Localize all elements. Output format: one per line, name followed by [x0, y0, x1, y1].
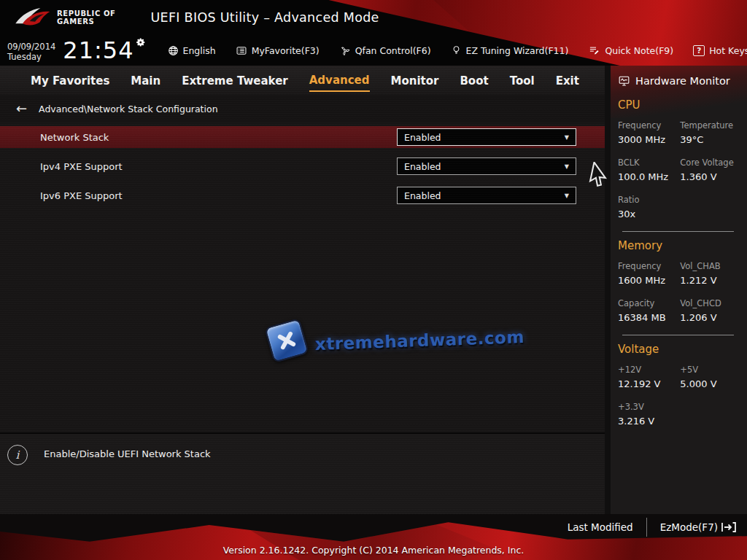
setting-label: Network Stack: [40, 132, 397, 143]
chevron-down-icon: ▼: [565, 134, 569, 141]
ez-tuning-label: EZ Tuning Wizard(F11): [466, 45, 569, 56]
tab-exit[interactable]: Exit: [556, 69, 579, 91]
date-display: 09/09/2014 Tuesday: [7, 42, 55, 63]
myfavorite-list-icon: [236, 45, 247, 56]
tab-my-favorites[interactable]: My Favorites: [31, 69, 109, 91]
exit-arrow-icon: [721, 521, 737, 533]
qfan-control-button[interactable]: Qfan Control(F6): [339, 45, 431, 56]
hw-item: BCLK 100.0 MHz: [618, 158, 680, 182]
bulb-icon: [451, 44, 462, 56]
tab-monitor[interactable]: Monitor: [391, 69, 439, 91]
gear-icon[interactable]: [136, 37, 146, 47]
hardware-monitor-header: Hardware Monitor: [618, 73, 735, 91]
setting-row-network-stack[interactable]: Network Stack Enabled ▼: [0, 126, 605, 148]
hw-item: +5V 5.000 V: [680, 365, 735, 389]
main-menu-tabs: My Favorites Main Extreme Tweaker Advanc…: [0, 66, 605, 95]
ezmode-button[interactable]: EzMode(F7): [660, 521, 737, 533]
main-panel: My Favorites Main Extreme Tweaker Advanc…: [0, 66, 611, 514]
content-area: My Favorites Main Extreme Tweaker Advanc…: [0, 66, 747, 514]
top-header-area: REPUBLIC OF GAMERS UEFI BIOS Utility – A…: [0, 0, 747, 66]
ezmode-label: EzMode(F7): [660, 521, 718, 533]
back-arrow-icon[interactable]: ←: [16, 102, 27, 115]
tab-main[interactable]: Main: [131, 69, 160, 91]
hw-section-title-memory: Memory: [618, 239, 735, 252]
cpu-readings: Frequency 3000 MHz Temperature 39°C BCLK…: [618, 120, 735, 219]
hardware-monitor-sidebar: Hardware Monitor CPU Frequency 3000 MHz …: [611, 66, 747, 514]
question-box-icon: ?: [693, 45, 705, 56]
hot-keys-button[interactable]: ? Hot Keys: [693, 45, 747, 56]
sidebar-divider: [622, 231, 734, 232]
version-copyright: Version 2.16.1242. Copyright (C) 2014 Am…: [0, 540, 747, 560]
fan-icon: [339, 45, 351, 56]
hw-item: Temperature 39°C: [680, 120, 735, 145]
myfavorite-label: MyFavorite(F3): [252, 45, 320, 56]
monitor-icon: [618, 75, 630, 87]
day-value: Tuesday: [7, 52, 55, 62]
bios-screen: REPUBLIC OF GAMERS UEFI BIOS Utility – A…: [0, 0, 747, 560]
dropdown-value: Enabled: [404, 132, 565, 143]
hw-item: Core Voltage 1.360 V: [680, 158, 735, 182]
bottom-area: Last Modified EzMode(F7) Version 2.16.12…: [0, 514, 747, 560]
bottom-bar: Last Modified EzMode(F7): [0, 514, 747, 540]
hw-item: Capacity 16384 MB: [618, 298, 680, 323]
rog-logo: [13, 5, 51, 30]
hw-section-title-voltage: Voltage: [618, 343, 735, 356]
voltage-readings: +12V 12.192 V +5V 5.000 V +3.3V 3.216 V: [618, 365, 735, 427]
breadcrumb: ← Advanced\Network Stack Configuration: [0, 95, 605, 122]
tab-tool[interactable]: Tool: [510, 69, 535, 91]
quick-note-label: Quick Note(F9): [605, 45, 673, 56]
note-pencil-icon: [588, 45, 600, 56]
last-modified-button[interactable]: Last Modified: [568, 521, 633, 533]
network-stack-dropdown[interactable]: Enabled ▼: [397, 128, 576, 146]
brand-line-1: REPUBLIC OF: [57, 9, 115, 18]
breadcrumb-path: Advanced\Network Stack Configuration: [39, 104, 217, 114]
qfan-label: Qfan Control(F6): [355, 45, 431, 56]
info-icon: i: [7, 445, 28, 465]
hw-item: Vol_CHCD 1.206 V: [680, 298, 735, 323]
setting-row-ipv4-pxe[interactable]: Ipv4 PXE Support Enabled ▼: [0, 155, 605, 177]
language-label: English: [183, 45, 216, 56]
toolbar: 09/09/2014 Tuesday 21:54: [0, 35, 747, 66]
tab-extreme-tweaker[interactable]: Extreme Tweaker: [182, 69, 288, 91]
brand-text: REPUBLIC OF GAMERS: [57, 9, 115, 26]
hw-item: Ratio 30x: [618, 195, 680, 219]
time-display: 21:54: [63, 39, 145, 62]
brand-line-2: GAMERS: [57, 18, 94, 26]
hw-item: Frequency 1600 MHz: [618, 261, 680, 286]
myfavorite-button[interactable]: MyFavorite(F3): [236, 45, 320, 56]
ipv4-pxe-dropdown[interactable]: Enabled ▼: [397, 158, 576, 175]
settings-list: Network Stack Enabled ▼ Ipv4 PXE Support…: [0, 122, 605, 432]
hw-section-title-cpu: CPU: [618, 98, 735, 112]
hw-item: Frequency 3000 MHz: [618, 120, 680, 145]
dropdown-value: Enabled: [404, 190, 565, 201]
tab-advanced[interactable]: Advanced: [309, 69, 370, 92]
memory-readings: Frequency 1600 MHz Vol_CHAB 1.212 V Capa…: [618, 261, 735, 323]
hw-item: +12V 12.192 V: [618, 365, 680, 389]
globe-icon: [168, 45, 179, 56]
setting-label: Ipv4 PXE Support: [40, 161, 397, 172]
time-value: 21:54: [63, 39, 133, 62]
bottom-bar-divider: [646, 518, 647, 537]
help-text: Enable/Disable UEFI Network Stack: [44, 448, 211, 459]
chevron-down-icon: ▼: [565, 192, 569, 199]
ez-tuning-wizard-button[interactable]: EZ Tuning Wizard(F11): [451, 44, 569, 56]
tab-boot[interactable]: Boot: [460, 69, 488, 91]
language-button[interactable]: English: [168, 45, 216, 56]
help-panel: i Enable/Disable UEFI Network Stack: [0, 432, 605, 514]
hot-keys-label: Hot Keys: [709, 45, 747, 56]
setting-label: Ipv6 PXE Support: [40, 190, 397, 201]
hw-item: Vol_CHAB 1.212 V: [680, 261, 735, 286]
datetime-block: 09/09/2014 Tuesday 21:54: [7, 39, 146, 63]
header-row: REPUBLIC OF GAMERS UEFI BIOS Utility – A…: [0, 0, 747, 35]
ipv6-pxe-dropdown[interactable]: Enabled ▼: [397, 187, 576, 204]
hw-item: +3.3V 3.216 V: [618, 402, 680, 427]
toolbar-items: English MyFavorite(F3): [168, 44, 747, 56]
hardware-monitor-title: Hardware Monitor: [635, 75, 730, 87]
quick-note-button[interactable]: Quick Note(F9): [588, 45, 673, 56]
date-value: 09/09/2014: [7, 42, 55, 52]
sidebar-divider: [622, 335, 734, 335]
page-title: UEFI BIOS Utility – Advanced Mode: [150, 10, 379, 25]
dropdown-value: Enabled: [404, 161, 565, 172]
chevron-down-icon: ▼: [565, 163, 569, 170]
setting-row-ipv6-pxe[interactable]: Ipv6 PXE Support Enabled ▼: [0, 184, 605, 206]
